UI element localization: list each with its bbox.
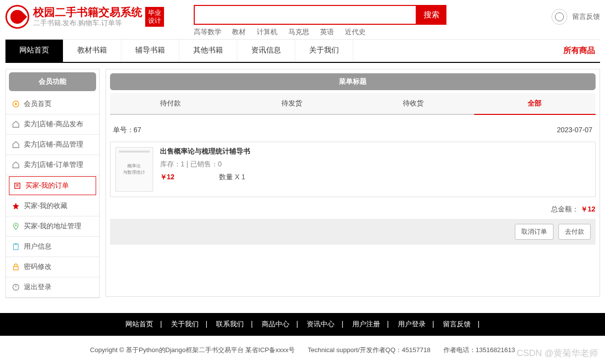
footer-link[interactable]: 用户登录 [398,320,426,328]
headset-icon [551,9,567,25]
feedback-link[interactable]: 留言反馈 [551,9,600,25]
site-subtitle: 二手书籍.发布.购物车.订单等 [33,19,142,28]
logo-icon [5,5,29,29]
copyright: Copyright © 基于Python的Django框架二手书交易平台 某省I… [0,336,605,364]
book-price: ￥12 [160,173,175,182]
book-stock: 库存：1 | 已销售：0 [160,160,590,169]
tab-pending-ship[interactable]: 待发货 [231,93,353,114]
clipboard-icon [12,243,20,251]
footer-link[interactable]: 用户注册 [352,320,380,328]
search-input[interactable] [194,5,417,25]
sidebar-item-seller-orders[interactable]: 卖方|店铺-订单管理 [6,155,99,175]
home-icon [12,141,20,149]
svg-point-5 [15,224,16,226]
nav-guide[interactable]: 辅导书籍 [121,40,179,62]
site-title: 校园二手书籍交易系统 [33,6,142,19]
home-icon [12,120,20,128]
location-icon [12,222,20,230]
svg-rect-8 [13,266,18,270]
nav-all-goods[interactable]: 所有商品 [558,40,600,62]
order-total: 总金额： ￥12 [110,205,596,214]
tab-pending-pay[interactable]: 待付款 [110,93,231,114]
tag-link[interactable]: 教材 [232,28,246,36]
sidebar-title: 会员功能 [9,72,96,91]
sidebar-item-password[interactable]: 密码修改 [6,257,99,277]
tab-pending-receive[interactable]: 待收货 [353,93,474,114]
sidebar-item-home[interactable]: 会员首页 [6,94,99,114]
book-cover: 概率论 与数理统计 [115,147,153,192]
search-button[interactable]: 搜索 [417,5,446,25]
footer-nav: 网站首页 | 关于我们 | 联系我们 | 商品中心 | 资讯中心 | 用户注册 … [0,313,605,336]
tag-link[interactable]: 近代史 [345,28,366,36]
sidebar-item-address[interactable]: 买家-我的地址管理 [6,216,99,237]
main-nav: 网站首页 教材书籍 辅导书籍 其他书籍 资讯信息 关于我们 所有商品 [5,39,600,63]
footer-link[interactable]: 留言反馈 [443,320,471,328]
footer-link[interactable]: 资讯中心 [307,320,334,328]
star-icon [12,202,20,210]
footer-link[interactable]: 商品中心 [262,320,289,328]
sidebar-item-logout[interactable]: 退出登录 [6,277,99,298]
nav-news[interactable]: 资讯信息 [237,40,295,62]
tag-link[interactable]: 高等数学 [194,28,221,36]
nav-other[interactable]: 其他书籍 [179,40,237,62]
home-circle-icon [12,100,20,108]
book-qty: 数量 X 1 [219,173,245,182]
svg-rect-7 [15,243,17,245]
list-icon [13,182,21,190]
order-date: 2023-07-07 [557,126,593,135]
sidebar-item-profile[interactable]: 用户信息 [6,237,99,257]
search-tags: 高等数学 教材 计算机 马克思 英语 近代史 [194,28,551,37]
sidebar-item-publish[interactable]: 卖方|店铺-商品发布 [6,114,99,135]
order-card: 单号：67 2023-07-07 概率论 与数理统计 出售概率论与梳理统计辅导书… [110,124,596,245]
tag-link[interactable]: 英语 [320,28,334,36]
nav-about[interactable]: 关于我们 [295,40,353,62]
tag-link[interactable]: 马克思 [288,28,309,36]
footer-link[interactable]: 关于我们 [171,320,199,328]
order-actions: 取消订单 去付款 [110,219,596,245]
nav-home[interactable]: 网站首页 [5,40,63,62]
sidebar-item-my-orders[interactable]: 买家-我的订单 [9,176,96,195]
order-number: 单号：67 [113,126,142,135]
sidebar-item-favorites[interactable]: 买家-我的收藏 [6,196,99,216]
tag-link[interactable]: 计算机 [257,28,277,36]
sidebar: 会员功能 会员首页 卖方|店铺-商品发布 卖方|店铺-商品管理 卖方|店铺-订单… [5,69,100,298]
book-title: 出售概率论与梳理统计辅导书 [160,147,590,156]
svg-rect-6 [13,244,18,250]
footer-link[interactable]: 网站首页 [125,320,153,328]
logo: 校园二手书籍交易系统 二手书籍.发布.购物车.订单等 毕业 设计 [5,5,164,29]
footer-link[interactable]: 联系我们 [216,320,244,328]
power-icon [12,283,20,291]
pay-button[interactable]: 去付款 [558,224,591,240]
order-tabs: 待付款 待发货 待收货 全部 [110,93,596,115]
nav-textbook[interactable]: 教材书籍 [63,40,121,62]
sidebar-item-goods[interactable]: 卖方|店铺-商品管理 [6,135,99,155]
panel-title: 菜单标题 [110,73,596,90]
lock-icon [12,263,20,271]
home-icon [12,161,20,169]
content: 菜单标题 待付款 待发货 待收货 全部 单号：67 2023-07-07 概率论 [106,69,600,297]
badge: 毕业 设计 [145,7,164,26]
cancel-order-button[interactable]: 取消订单 [515,224,553,240]
tab-all[interactable]: 全部 [474,93,596,114]
svg-point-1 [15,103,17,105]
